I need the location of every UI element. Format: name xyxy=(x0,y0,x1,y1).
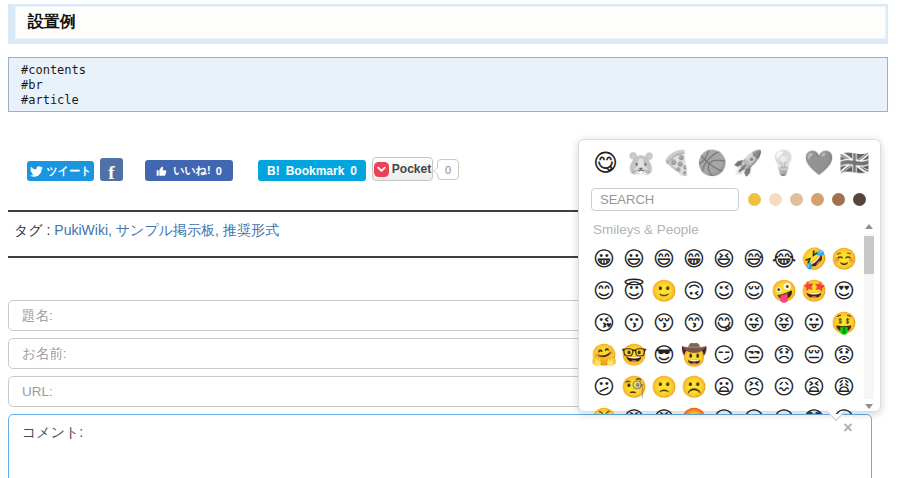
emoji[interactable]: 😖 xyxy=(769,371,799,403)
emoji[interactable]: 😁 xyxy=(679,243,709,275)
page-title: 設置例 xyxy=(28,12,76,33)
tags-label: タグ : xyxy=(14,222,50,238)
emoji[interactable]: 😃 xyxy=(619,243,649,275)
emoji[interactable]: 😛 xyxy=(799,307,829,339)
emoji[interactable]: 😶 xyxy=(709,403,739,414)
code-line: #contents xyxy=(21,63,875,78)
emoji[interactable]: 🤩 xyxy=(799,275,829,307)
emoji[interactable]: 😀 xyxy=(589,243,619,275)
tag-item: 推奨形式, xyxy=(223,222,279,238)
emoji[interactable]: 🤓 xyxy=(619,339,649,371)
emoji[interactable]: 😦 xyxy=(709,371,739,403)
emoji[interactable]: 🙁 xyxy=(649,371,679,403)
emoji[interactable]: 😍 xyxy=(829,275,859,307)
emoji[interactable]: ☺️ xyxy=(829,243,859,275)
pocket-icon xyxy=(374,162,389,177)
facebook-like-button[interactable]: いいね! 0 xyxy=(145,160,233,181)
emoji-section-title: Smileys & People xyxy=(579,219,880,243)
emoji-picker-close-icon[interactable]: × xyxy=(839,419,857,437)
emoji[interactable]: 😐 xyxy=(739,403,769,414)
emoji[interactable]: 😒 xyxy=(739,339,769,371)
emoji[interactable]: 🤬 xyxy=(679,403,709,414)
tag-separator: , xyxy=(215,222,223,238)
code-line: #article xyxy=(21,93,875,108)
emoji[interactable]: 😋 xyxy=(709,307,739,339)
emoji[interactable]: 🤣 xyxy=(799,243,829,275)
emoji[interactable]: 🙃 xyxy=(679,275,709,307)
emoji[interactable]: 😌 xyxy=(739,275,769,307)
category-tab-food-drink[interactable]: 🍕 xyxy=(660,147,693,180)
emoji[interactable]: 😏 xyxy=(709,339,739,371)
emoji[interactable]: 😫 xyxy=(799,371,829,403)
skin-tone[interactable] xyxy=(790,193,803,206)
emoji[interactable]: 😉 xyxy=(709,275,739,307)
hatena-count: 0 xyxy=(350,164,357,178)
category-tab-animals-nature[interactable]: 🐹 xyxy=(625,147,658,180)
emoji[interactable]: 😅 xyxy=(739,243,769,275)
emoji[interactable]: 🤪 xyxy=(769,275,799,307)
emoji-scrollbar xyxy=(863,221,875,412)
skin-tone[interactable] xyxy=(748,193,761,206)
hatena-bookmark-button[interactable]: B! Bookmark 0 xyxy=(258,160,366,181)
facebook-f-icon: f xyxy=(108,164,114,181)
scroll-down-icon[interactable] xyxy=(863,401,875,412)
tag-link[interactable]: 推奨形式 xyxy=(223,222,279,238)
category-tab-travel-places[interactable]: 🚀 xyxy=(731,147,764,180)
pocket-count: 0 xyxy=(445,164,451,176)
emoji[interactable]: 😔 xyxy=(799,339,829,371)
emoji[interactable]: 😑 xyxy=(769,403,799,414)
like-button-label: いいね! xyxy=(173,163,210,178)
emoji[interactable]: 😂 xyxy=(769,243,799,275)
emoji[interactable]: 😆 xyxy=(709,243,739,275)
tag-link[interactable]: サンプル掲示板 xyxy=(116,222,215,238)
tag-link[interactable]: PukiWiki xyxy=(54,222,108,238)
skin-tone[interactable] xyxy=(832,193,845,206)
skin-tone[interactable] xyxy=(853,193,866,206)
emoji[interactable]: 😗 xyxy=(619,307,649,339)
emoji[interactable]: 🙂 xyxy=(649,275,679,307)
comment-textarea[interactable] xyxy=(8,414,872,478)
emoji[interactable]: 😡 xyxy=(649,403,679,414)
emoji[interactable]: 😎 xyxy=(649,339,679,371)
emoji[interactable]: 😊 xyxy=(589,275,619,307)
scroll-up-icon[interactable] xyxy=(863,221,875,232)
emoji[interactable]: 😙 xyxy=(679,307,709,339)
skin-tone[interactable] xyxy=(811,193,824,206)
emoji[interactable]: 😵 xyxy=(829,403,859,414)
emoji[interactable]: 😟 xyxy=(829,339,859,371)
emoji[interactable]: 😩 xyxy=(829,371,859,403)
pocket-button[interactable]: Pocket xyxy=(372,157,433,181)
emoji[interactable]: 🧐 xyxy=(619,371,649,403)
emoji[interactable]: ☹️ xyxy=(679,371,709,403)
emoji[interactable]: 😳 xyxy=(799,403,829,414)
emoji[interactable]: 😇 xyxy=(619,275,649,307)
emoji-grid: 😀😃😄😁😆😅😂🤣☺️😊😇🙂🙃😉😌🤪🤩😍😘😗😚😙😋😜😝😛🤑🤗🤓😎🤠😏😒😞😔😟😕🧐🙁… xyxy=(579,243,880,414)
category-tab-objects[interactable]: 💡 xyxy=(767,147,800,180)
pocket-count-bubble[interactable]: 0 xyxy=(437,159,459,180)
category-tab-symbols[interactable]: ❤️ xyxy=(802,147,835,180)
emoji[interactable]: 😕 xyxy=(589,371,619,403)
facebook-button[interactable]: f xyxy=(100,158,123,181)
emoji[interactable]: 😜 xyxy=(739,307,769,339)
category-tab-flags[interactable]: 🇬🇧 xyxy=(838,147,871,180)
emoji[interactable]: 🤑 xyxy=(829,307,859,339)
pocket-button-label: Pocket xyxy=(392,162,431,176)
emoji[interactable]: 😚 xyxy=(649,307,679,339)
emoji[interactable]: 😤 xyxy=(589,403,619,414)
emoji[interactable]: 🤗 xyxy=(589,339,619,371)
category-tab-activity[interactable]: 🏀 xyxy=(696,147,729,180)
tags-row: タグ : PukiWiki, サンプル掲示板, 推奨形式, xyxy=(14,222,279,240)
emoji[interactable]: 😝 xyxy=(769,307,799,339)
emoji[interactable]: 😠 xyxy=(619,403,649,414)
emoji[interactable]: 😘 xyxy=(589,307,619,339)
category-tab-smileys-people[interactable]: 😋 xyxy=(589,147,622,180)
tag-item: サンプル掲示板, xyxy=(116,222,223,238)
emoji[interactable]: 😄 xyxy=(649,243,679,275)
skin-tone[interactable] xyxy=(769,193,782,206)
emoji[interactable]: 🤠 xyxy=(679,339,709,371)
scrollbar-thumb[interactable] xyxy=(864,236,874,274)
tweet-button[interactable]: ツイート xyxy=(27,161,94,181)
emoji[interactable]: 😞 xyxy=(769,339,799,371)
emoji[interactable]: 😣 xyxy=(739,371,769,403)
emoji-search-input[interactable] xyxy=(591,188,739,211)
